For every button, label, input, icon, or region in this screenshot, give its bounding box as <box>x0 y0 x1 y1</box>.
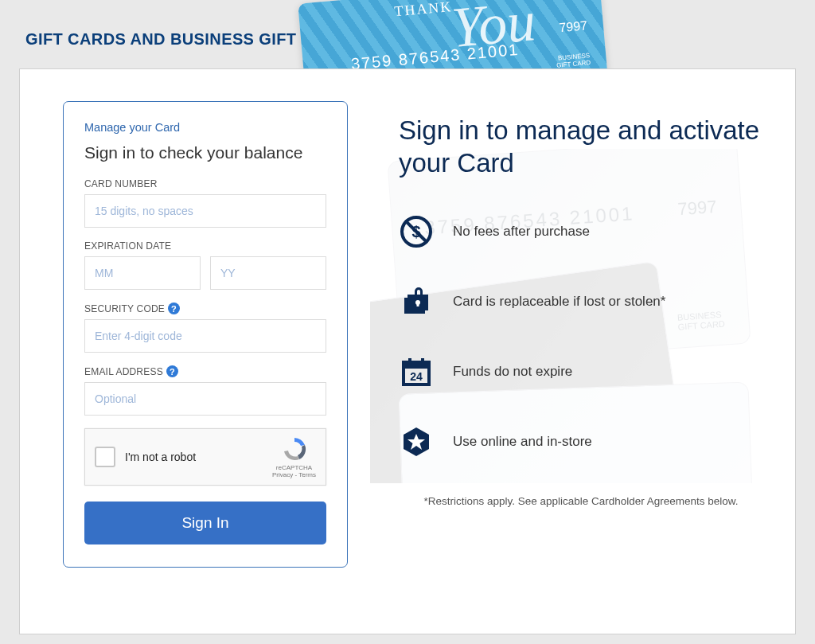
recaptcha-widget: I'm not a robot reCAPTCHA Privacy - Term… <box>84 428 326 486</box>
benefit-replaceable: Card is replaceable if lost or stolen* <box>399 285 763 318</box>
benefit-no-expire: 24 Funds do not expire <box>399 355 763 388</box>
form-title: Sign in to check your balance <box>84 143 326 162</box>
benefit-no-fees: $ No fees after purchase <box>399 215 763 248</box>
benefit-text: Funds do not expire <box>453 364 572 380</box>
manage-header: Manage your Card <box>84 121 326 134</box>
hero-thank-text: THANK <box>394 0 454 20</box>
svg-rect-6 <box>417 302 419 306</box>
recaptcha-links[interactable]: Privacy - Terms <box>272 471 316 478</box>
recaptcha-brand: reCAPTCHA <box>272 464 316 471</box>
security-code-label: SECURITY CODE <box>84 303 165 314</box>
recaptcha-logo-icon <box>281 435 308 463</box>
expiration-year-input[interactable] <box>210 256 326 290</box>
benefit-text: No fees after purchase <box>453 224 590 240</box>
svg-rect-8 <box>404 362 429 369</box>
email-help-icon[interactable]: ? <box>166 365 178 377</box>
recaptcha-checkbox[interactable] <box>95 447 115 467</box>
sign-in-button[interactable]: Sign In <box>84 502 326 544</box>
benefit-use-anywhere: Use online and in-store <box>399 425 763 459</box>
email-label: EMAIL ADDRESS <box>84 366 163 377</box>
hero-business-label: BUSINESS GIFT CARD <box>556 53 591 69</box>
expiration-month-input[interactable] <box>84 256 201 290</box>
recaptcha-text: I'm not a robot <box>125 451 196 463</box>
security-help-icon[interactable]: ? <box>168 302 180 314</box>
expiration-label: EXPIRATION DATE <box>84 240 326 252</box>
restrictions-footnote: *Restrictions apply. See applicable Card… <box>399 495 763 507</box>
signin-form: Manage your Card Sign in to check your b… <box>63 101 348 568</box>
info-column: Sign in to manage and activate your Card… <box>399 114 763 507</box>
svg-rect-9 <box>408 358 411 365</box>
main-panel: 3759 876543 21001 7997 BUSINESS GIFT CAR… <box>19 68 796 634</box>
email-input[interactable] <box>84 382 326 416</box>
no-fees-icon: $ <box>399 215 434 248</box>
benefit-text: Use online and in-store <box>453 434 592 450</box>
star-badge-icon <box>399 425 434 459</box>
info-heading: Sign in to manage and activate your Card <box>399 114 763 180</box>
card-number-input[interactable] <box>84 194 326 228</box>
calendar-icon: 24 <box>399 355 434 388</box>
svg-rect-10 <box>421 358 424 365</box>
card-number-label: CARD NUMBER <box>84 178 326 189</box>
security-code-input[interactable] <box>84 319 326 353</box>
hero-card-last4: 7997 <box>559 18 588 35</box>
lock-bag-icon <box>399 285 434 318</box>
svg-text:24: 24 <box>410 370 423 383</box>
benefit-text: Card is replaceable if lost or stolen* <box>453 294 665 310</box>
